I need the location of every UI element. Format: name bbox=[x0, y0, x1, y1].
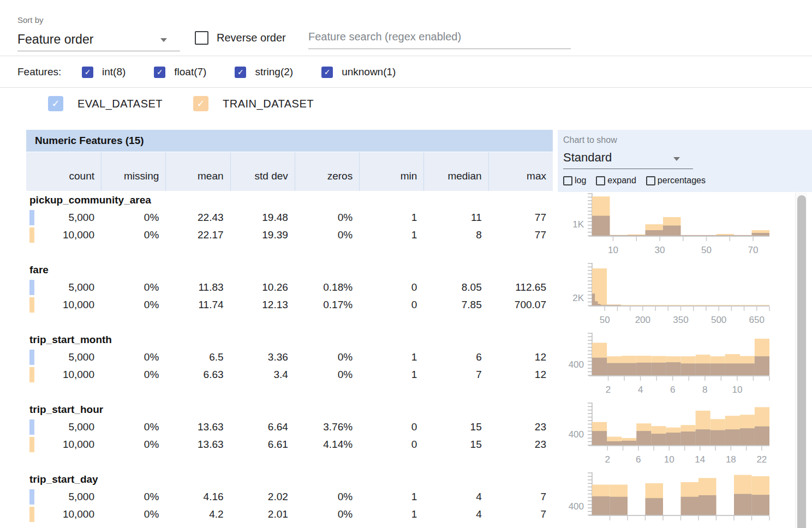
x-tick-label: 10 bbox=[732, 385, 742, 395]
stat-cell: 23 bbox=[488, 418, 553, 436]
column-header: median bbox=[423, 152, 488, 191]
numeric-features-title: Numeric Features (15) bbox=[35, 135, 144, 147]
column-header: missing bbox=[101, 152, 165, 191]
histogram-svg: 246810400 bbox=[559, 332, 783, 401]
stat-cell: 10.26 bbox=[230, 279, 295, 296]
sort-order-value: Feature order bbox=[17, 32, 93, 46]
scrollbar-track[interactable] bbox=[795, 193, 807, 528]
column-header: max bbox=[488, 152, 553, 191]
filter-checkbox[interactable]: ✓ bbox=[321, 67, 333, 78]
stat-cell: 3.4 bbox=[230, 366, 295, 383]
chart-option-checkbox[interactable] bbox=[596, 176, 605, 185]
stat-cell: 0% bbox=[295, 209, 359, 226]
stat-cell: 1 bbox=[359, 506, 423, 523]
filter-label: unknown(1) bbox=[342, 66, 396, 78]
sort-by-label: Sort by bbox=[17, 15, 44, 25]
stat-row-eval: 5,0000%4.162.020%147 bbox=[26, 488, 553, 506]
stat-cell: 6.5 bbox=[165, 349, 230, 366]
stat-cell: 1 bbox=[359, 209, 423, 226]
stat-cell: 0% bbox=[101, 209, 165, 226]
stat-row-eval: 5,0000%6.53.360%1612 bbox=[26, 349, 553, 366]
stat-cell: 11.83 bbox=[165, 279, 230, 296]
histogram-svg: 400 bbox=[559, 471, 783, 528]
chart-option: percentages bbox=[646, 176, 706, 185]
stat-cell: 4.16 bbox=[165, 488, 230, 506]
stat-cell: 3.76% bbox=[295, 418, 359, 436]
y-axis-label: 400 bbox=[569, 429, 584, 440]
x-tick-label: 30 bbox=[655, 245, 665, 255]
sort-order-dropdown[interactable]: Feature order bbox=[17, 29, 180, 51]
stat-cell: 11 bbox=[423, 209, 488, 226]
stat-cell: 0% bbox=[295, 488, 359, 506]
x-tick-label: 2 bbox=[605, 454, 610, 465]
stat-row-train: 10,0000%11.7412.130.17%07.85700.07 bbox=[26, 296, 553, 314]
stat-cell: 6.63 bbox=[165, 366, 230, 383]
stat-cell: 77 bbox=[488, 226, 553, 244]
stat-cell: 19.48 bbox=[230, 209, 295, 226]
train-color-chip bbox=[29, 437, 34, 452]
stat-row-train: 10,0000%13.636.614.14%01523 bbox=[26, 436, 553, 453]
facets-overview-page: Sort by Feature order Reverse order Feat… bbox=[0, 0, 812, 528]
stat-cell: 8.05 bbox=[423, 279, 488, 296]
chart-type-dropdown[interactable]: Standard bbox=[563, 148, 693, 169]
stat-cell: 1 bbox=[359, 226, 423, 244]
column-header: std dev bbox=[230, 152, 295, 191]
feature-name: trip_start_hour bbox=[29, 404, 103, 416]
dataset-checkbox[interactable]: ✓ bbox=[48, 96, 63, 111]
stat-cell: 6.64 bbox=[230, 418, 295, 436]
stat-cell: 12 bbox=[488, 349, 553, 366]
stat-cell: 700.07 bbox=[488, 296, 553, 314]
filter-checkbox[interactable]: ✓ bbox=[154, 67, 165, 78]
stat-cell: 6 bbox=[423, 349, 488, 366]
dataset-legend-item: ✓TRAIN_DATASET bbox=[193, 96, 314, 111]
stat-cell: 10,000 bbox=[26, 226, 101, 244]
stat-row-train: 10,0000%22.1719.390%1877 bbox=[26, 226, 553, 244]
x-tick-label: 50 bbox=[701, 245, 712, 255]
x-tick-label: 200 bbox=[635, 315, 650, 325]
x-tick-label: 18 bbox=[726, 454, 736, 465]
chart-option-checkbox[interactable] bbox=[646, 176, 655, 185]
reverse-order-checkbox[interactable] bbox=[195, 31, 208, 45]
stat-cell: 0% bbox=[295, 226, 359, 244]
stat-cell: 0% bbox=[101, 436, 165, 453]
features-filter-label: Features: bbox=[17, 66, 61, 78]
stat-cell: 0 bbox=[359, 436, 423, 453]
dataset-checkbox[interactable]: ✓ bbox=[193, 96, 208, 111]
scrollbar-thumb[interactable] bbox=[797, 195, 806, 528]
train-color-chip bbox=[29, 297, 34, 313]
stat-cell: 0% bbox=[101, 418, 165, 436]
feature-histogram: 502003505006502K bbox=[559, 262, 783, 332]
feature-histogram: 400 bbox=[559, 471, 783, 528]
chart-to-show-label: Chart to show bbox=[563, 135, 617, 145]
stat-cell: 13.63 bbox=[165, 436, 230, 453]
stat-cell: 15 bbox=[423, 418, 488, 436]
x-tick-label: 8 bbox=[702, 385, 707, 395]
dataset-legend-item: ✓EVAL_DATASET bbox=[48, 96, 163, 111]
filter-checkbox[interactable]: ✓ bbox=[235, 67, 246, 78]
feature-search-input[interactable] bbox=[308, 27, 571, 49]
dataset-label: EVAL_DATASET bbox=[77, 98, 163, 110]
feature-block: trip_start_month 5,0000%6.53.360%1612 10… bbox=[0, 332, 812, 401]
train-color-chip bbox=[29, 367, 34, 382]
stat-row-eval: 5,0000%22.4319.480%11177 bbox=[26, 209, 553, 226]
stats-column-headers: countmissingmeanstd devzerosminmedianmax bbox=[26, 152, 553, 191]
x-tick-label: 22 bbox=[756, 454, 767, 465]
stat-cell: 12.13 bbox=[230, 296, 295, 314]
stat-cell: 7 bbox=[488, 506, 553, 523]
stat-cell: 1 bbox=[359, 366, 423, 383]
chart-option-checkbox[interactable] bbox=[563, 176, 572, 185]
x-tick-label: 4 bbox=[638, 385, 643, 395]
feature-block: trip_start_hour 5,0000%13.636.643.76%015… bbox=[0, 401, 812, 471]
chart-controls-panel: Chart to show Standard logexpandpercenta… bbox=[558, 130, 812, 192]
histogram-svg: 2610141822400 bbox=[559, 401, 783, 471]
feature-name: fare bbox=[29, 264, 49, 276]
column-header: zeros bbox=[295, 152, 359, 191]
filter-label: float(7) bbox=[174, 66, 206, 78]
stat-cell: 23 bbox=[488, 436, 553, 453]
stat-cell: 5,000 bbox=[26, 418, 101, 436]
filter-checkbox[interactable]: ✓ bbox=[82, 67, 93, 78]
eval-color-chip bbox=[29, 489, 34, 505]
stat-cell: 0.18% bbox=[295, 279, 359, 296]
eval-color-chip bbox=[29, 280, 34, 295]
eval-color-chip bbox=[29, 210, 34, 225]
